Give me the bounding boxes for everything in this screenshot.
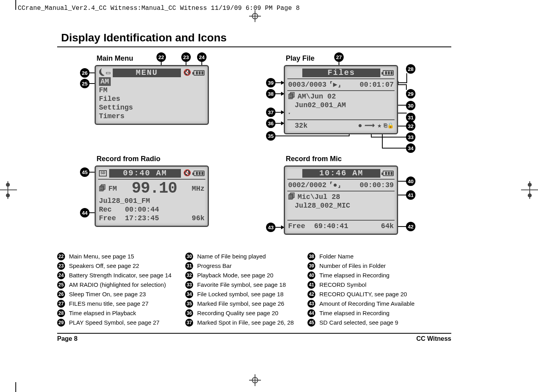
band: FM: [108, 184, 117, 193]
legend-num: 45: [307, 319, 315, 327]
legend-text: Time elapsed in Recording: [319, 308, 389, 318]
callout-37: 37: [266, 108, 276, 117]
legend-item-29: 29PLAY Speed Symbol, see page 27: [57, 318, 171, 327]
menu-title: MENU: [113, 69, 181, 77]
legend-item-39: 39Number of Files in Folder: [307, 261, 415, 271]
rec-label: Rec: [99, 205, 112, 214]
rec-filename: Jul28_001_FM: [99, 197, 150, 205]
callout-42: 42: [406, 222, 415, 231]
legend-text: AM RADIO (highlighted for selection): [69, 280, 166, 290]
callout-30: 30: [406, 101, 415, 110]
legend-item-33: 33Favorite File symbol, see page 18: [185, 280, 294, 290]
callout-38: 38: [266, 89, 276, 98]
legend-num: 37: [185, 319, 193, 327]
speaker-off-icon: 🔇: [183, 169, 191, 178]
legend-item-22: 22Main Menu, see page 15: [57, 252, 171, 261]
legend-item-26: 26Sleep Timer On, see page 23: [57, 290, 171, 299]
footer-page: Page 8: [57, 335, 78, 342]
legend-col-2: 30Name of File being played31Progress Ba…: [185, 252, 294, 327]
legend-item-45: 45SD Card selected, see page 9: [307, 318, 415, 327]
legend-text: PLAY Speed Symbol, see page 27: [69, 318, 160, 327]
legend-item-24: 24Battery Strength Indicator, see page 1…: [57, 271, 171, 280]
menu-item-settings: Settings: [99, 103, 133, 112]
legend-text: FILES menu title, see page 27: [69, 299, 149, 308]
legend-item-41: 41RECORD Symbol: [307, 280, 415, 290]
legend-item-40: 40Time elapsed in Recording: [307, 271, 415, 280]
callout-23: 23: [181, 52, 191, 62]
favorite-icon: ★: [377, 121, 382, 130]
legend-item-23: 23Speakers Off, see page 22: [57, 261, 171, 271]
play-filename: Jun02_001_AM: [295, 101, 346, 110]
legend-num: 43: [307, 300, 315, 308]
lcd-record-radio: SD 09:40 AM 🔇 🗐 FM 99.10 MHz Jul28_001_F…: [95, 165, 209, 227]
menu-item-fm: FM: [99, 86, 108, 95]
legend-text: Sleep Timer On, see page 23: [69, 290, 146, 299]
legend-num: 36: [185, 309, 193, 317]
callout-40: 40: [406, 176, 415, 186]
record-symbol-icon: ⸢●⸥: [329, 181, 341, 189]
legend-item-32: 32Playback Mode, see page 20: [185, 271, 294, 280]
callout-43: 43: [266, 223, 276, 232]
callout-22: 22: [156, 52, 166, 62]
legend: 22Main Menu, see page 1523Speakers Off, …: [57, 252, 451, 327]
callout-34: 34: [406, 143, 415, 153]
legend-item-28: 28Time elapsed in Playback: [57, 308, 171, 318]
folder-icon: 🗐: [288, 193, 295, 201]
legend-item-36: 36Recording Quality see page 20: [185, 308, 294, 318]
legend-text: Folder Name: [319, 252, 354, 261]
files-title: Files: [302, 69, 380, 77]
play-elapsed: 00:01:07: [360, 80, 394, 89]
frequency: 99.10: [119, 181, 190, 197]
rec-time: 00:00:44: [125, 205, 159, 214]
legend-num: 39: [307, 262, 315, 270]
callout-33: 33: [406, 132, 415, 142]
legend-text: Recording Quality see page 20: [197, 308, 278, 318]
legend-num: 31: [185, 262, 193, 270]
mic-free-time: 69:40:41: [314, 222, 348, 230]
mic-elapsed: 00:00:39: [360, 181, 394, 189]
legend-item-27: 27FILES menu title, see page 27: [57, 299, 171, 308]
legend-num: 34: [185, 290, 193, 298]
legend-text: Marked Spot in File, see page 26, 28: [197, 318, 294, 327]
file-count: 0003/0003: [288, 80, 326, 89]
registration-mark-bottom: [249, 374, 261, 386]
heading-rule: [57, 46, 451, 47]
registration-mark-right: [521, 181, 538, 199]
callout-35: 35: [266, 131, 276, 141]
legend-num: 23: [57, 262, 65, 270]
callout-41: 41: [406, 190, 415, 200]
lcd-main-menu: ⏾▭ MENU 🔇 AM FM Files Settings Timers: [95, 65, 209, 125]
page-title: Display Identification and Icons: [61, 32, 451, 44]
battery-icon: [194, 171, 205, 176]
legend-num: 41: [307, 281, 315, 289]
legend-text: Time elapsed in Recording: [319, 271, 389, 280]
legend-text: Main Menu, see page 15: [69, 252, 134, 261]
locked-icon: ⎘🔒: [384, 121, 394, 130]
menu-item-timers: Timers: [99, 112, 125, 121]
legend-item-25: 25AM RADIO (highlighted for selection): [57, 280, 171, 290]
play-speed-icon: ⸢▶⸥: [329, 80, 342, 89]
main-menu-label: Main Menu: [97, 54, 246, 63]
legend-item-34: 34File Locked symbol, see page 18: [185, 290, 294, 299]
battery-icon: [383, 171, 394, 176]
callout-39: 39: [266, 78, 276, 87]
legend-text: Name of File being played: [197, 252, 266, 261]
legend-num: 29: [57, 319, 65, 327]
record-radio-label: Record from Radio: [97, 155, 246, 163]
legend-num: 40: [307, 271, 315, 279]
footer-product: CC Witness: [416, 335, 451, 342]
mic-free-label: Free: [288, 222, 305, 230]
registration-mark-top: [249, 10, 261, 22]
sleep-icon: ⏾▭: [99, 69, 110, 77]
legend-text: File Locked symbol, see page 18: [197, 290, 283, 299]
legend-num: 32: [185, 271, 193, 279]
crop-ticks: [0, 0, 18, 392]
legend-text: RECORD Symbol: [319, 280, 366, 290]
callout-25: 25: [80, 79, 89, 88]
record-mic-label: Record from Mic: [286, 155, 451, 163]
callout-26: 26: [80, 68, 89, 78]
play-file-label: Play File: [286, 54, 451, 63]
mic-folder: Mic\Jul 28: [298, 193, 340, 201]
legend-num: 44: [307, 309, 315, 317]
legend-text: Favorite File symbol, see page 18: [197, 280, 286, 290]
